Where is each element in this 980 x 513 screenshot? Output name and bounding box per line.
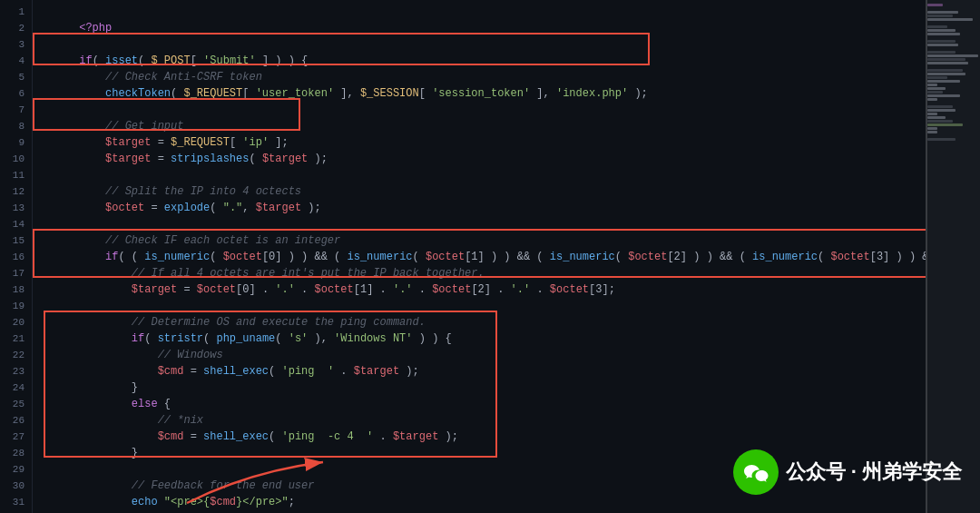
code-line-27: } [40,429,926,445]
code-line-16: // If all 4 octets are int's put the IP … [40,249,926,265]
code-line-3: if( isset( $_POST[ 'Submit' ] ) ) { [40,36,926,53]
code-line-5: checkToken( $_REQUEST[ 'user_token' ], $… [40,69,926,85]
code-line-24: else { [40,380,926,396]
code-line-7: // Get input [40,102,926,118]
code-line-26: $cmd = shell_exec( 'ping -c 4 ' . $targe… [40,412,926,429]
code-line-14: // Check IF each octet is an integer [40,216,926,232]
code-line-2 [40,20,926,36]
code-line-13 [40,200,926,216]
code-line-20: if( stristr( php_uname( 's' ), 'Windows … [40,314,926,330]
code-line-1: <?php [40,4,926,20]
code-line-23: } [40,363,926,380]
wechat-icon [733,449,779,495]
code-line-10 [40,151,926,167]
code-line-22: $cmd = shell_exec( 'ping ' . $target ); [40,347,926,363]
code-line-18 [40,281,926,298]
code-line-6 [40,85,926,102]
code-line-12: $octet = explode( ".", $target ); [40,183,926,200]
line-numbers: 1 2 3 4 5 6 7 8 9 10 11 12 13 14 15 16 1… [0,0,33,513]
code-line-11: // Split the IP into 4 octects [40,167,926,183]
code-line-15: if( ( is_numeric( $octet[0] ) ) && ( is_… [40,232,926,249]
code-container: 1 2 3 4 5 6 7 8 9 10 11 12 13 14 15 16 1… [0,0,980,513]
code-line-31: } [40,494,926,510]
code-line-17: $target = $octet[0] . '.' . $octet[1] . … [40,265,926,281]
minimap [926,0,980,513]
code-line-4: // Check Anti-CSRF token [40,53,926,69]
watermark: 公众号 · 州弟学安全 [733,449,962,495]
red-arrow [178,453,359,508]
code-line-19: // Determine OS and execute the ping com… [40,298,926,314]
code-line-9: $target = stripslashes( $target ); [40,134,926,151]
watermark-text: 公众号 · 州弟学安全 [786,459,962,486]
code-line-8: $target = $_REQUEST[ 'ip' ]; [40,118,926,134]
code-line-21: // Windows [40,330,926,347]
code-editor[interactable]: <?php if( isset( $_POST[ 'Submit' ] ) ) … [33,0,926,513]
code-line-25: // *nix [40,396,926,412]
